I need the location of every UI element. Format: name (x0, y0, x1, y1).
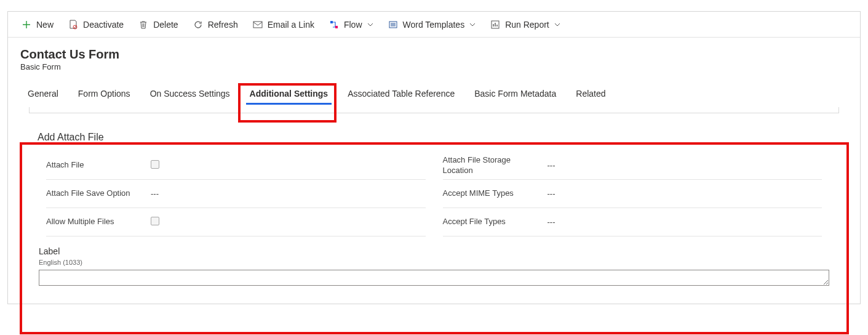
entity-name: Basic Form (20, 62, 848, 71)
accept-file-types-field[interactable]: Accept File Types --- (443, 208, 822, 236)
tab-additional-label: Additional Settings (250, 89, 328, 99)
storage-location-field[interactable]: Attach File Storage Location --- (443, 151, 822, 180)
accept-mime-types-field[interactable]: Accept MIME Types --- (443, 180, 822, 208)
run-report-label: Run Report (505, 20, 549, 30)
plus-icon (22, 20, 31, 30)
tab-additional-settings[interactable]: Additional Settings (242, 84, 336, 105)
refresh-icon (193, 20, 203, 30)
chevron-down-icon (554, 23, 560, 26)
flow-label: Flow (344, 20, 362, 30)
deactivate-button[interactable]: Deactivate (61, 12, 131, 38)
label-input[interactable] (39, 270, 829, 286)
attach-file-checkbox[interactable] (151, 160, 159, 169)
mime-label: Accept MIME Types (443, 188, 547, 199)
file-types-label: Accept File Types (443, 217, 547, 227)
email-icon (253, 20, 263, 30)
flow-button[interactable]: Flow (322, 12, 381, 38)
chevron-down-icon (367, 23, 373, 26)
tab-on-success[interactable]: On Success Settings (143, 84, 237, 105)
previous-section-edge (29, 107, 839, 113)
add-attach-file-section: Add Attach File Attach File Attach File … (29, 123, 839, 296)
delete-label: Delete (153, 20, 178, 30)
svg-rect-2 (330, 21, 333, 23)
tab-metadata-label: Basic Form Metadata (474, 89, 556, 99)
deactivate-label: Deactivate (83, 20, 124, 30)
tab-form-options-label: Form Options (78, 89, 130, 99)
tab-on-success-label: On Success Settings (150, 89, 230, 99)
attach-file-label: Attach File (46, 160, 151, 171)
tab-form-options[interactable]: Form Options (71, 84, 138, 105)
attach-file-field[interactable]: Attach File (46, 151, 426, 180)
file-types-value: --- (547, 217, 822, 227)
allow-multiple-files-field[interactable]: Allow Multiple Files (46, 208, 426, 236)
form-header: Contact Us Form Basic Form (8, 38, 860, 71)
attach-file-save-option-field[interactable]: Attach File Save Option --- (46, 180, 426, 208)
storage-label: Attach File Storage Location (443, 155, 547, 176)
label-field-block: Label English (1033) (38, 246, 830, 288)
tab-metadata[interactable]: Basic Form Metadata (467, 84, 563, 105)
flow-icon (329, 20, 339, 30)
svg-rect-1 (253, 22, 262, 28)
label-language: English (1033) (39, 259, 829, 266)
command-bar: New Deactivate Delete Refresh (8, 12, 860, 38)
refresh-button[interactable]: Refresh (186, 12, 245, 38)
storage-value: --- (547, 161, 822, 170)
new-label: New (36, 20, 54, 30)
tab-general[interactable]: General (20, 84, 66, 105)
word-templates-label: Word Templates (403, 20, 465, 30)
svg-rect-3 (335, 26, 338, 28)
deactivate-icon (68, 20, 78, 30)
allow-multiple-label: Allow Multiple Files (46, 217, 151, 227)
chevron-down-icon (469, 23, 476, 26)
trash-icon (138, 20, 148, 30)
save-option-label: Attach File Save Option (46, 188, 151, 199)
email-link-button[interactable]: Email a Link (245, 12, 322, 38)
mime-value: --- (547, 189, 822, 198)
page-title: Contact Us Form (20, 47, 848, 61)
label-title: Label (39, 246, 829, 256)
tab-associated-table[interactable]: Associated Table Reference (340, 84, 462, 105)
tab-bar: General Form Options On Success Settings… (8, 71, 860, 105)
allow-multiple-checkbox[interactable] (151, 217, 159, 225)
save-option-value: --- (151, 189, 426, 198)
section-title: Add Attach File (38, 132, 830, 143)
tab-related[interactable]: Related (568, 84, 613, 105)
run-report-button[interactable]: Run Report (483, 12, 568, 38)
report-icon (490, 20, 500, 30)
tab-assoc-label: Associated Table Reference (348, 89, 455, 99)
word-icon (388, 20, 398, 30)
tab-general-label: General (28, 89, 58, 99)
word-templates-button[interactable]: Word Templates (381, 12, 484, 38)
refresh-label: Refresh (208, 20, 238, 30)
tab-related-label: Related (576, 89, 605, 99)
delete-button[interactable]: Delete (131, 12, 185, 38)
new-button[interactable]: New (14, 12, 61, 38)
email-link-label: Email a Link (268, 20, 314, 30)
